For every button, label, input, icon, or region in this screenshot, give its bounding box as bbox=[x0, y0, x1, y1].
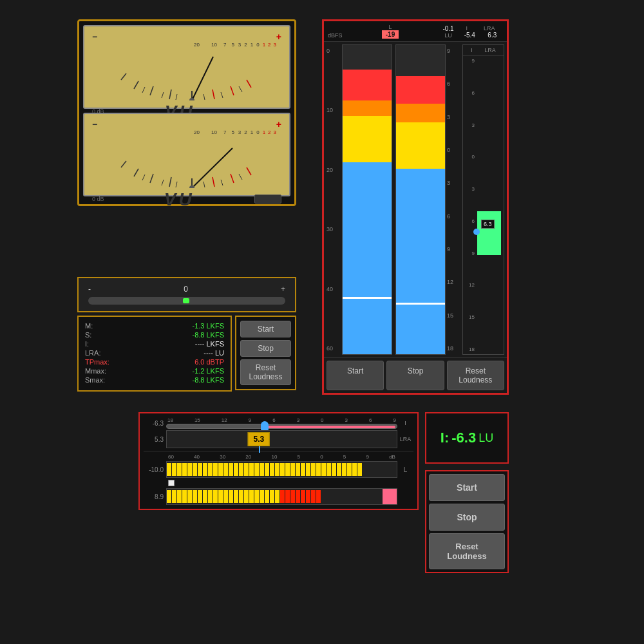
loudness-header: dBFS L -19 -0.1 LU I LRA -5.4 6.3 bbox=[324, 21, 507, 42]
stat-m-label: M: bbox=[85, 322, 93, 330]
horiz-lra-row: 5.3 5.3 LRA bbox=[144, 430, 413, 448]
horiz-slider-track[interactable] bbox=[166, 424, 397, 429]
svg-line-26 bbox=[142, 175, 145, 180]
vu1-plus: + bbox=[276, 32, 281, 42]
horiz-i-label: I bbox=[397, 420, 413, 426]
vu2-needle-svg bbox=[92, 137, 281, 188]
svg-line-10 bbox=[142, 87, 145, 93]
lra-panel-lra-label: LRA bbox=[484, 47, 496, 53]
svg-line-24 bbox=[176, 182, 177, 187]
l-header-value: -19 bbox=[382, 30, 399, 39]
svg-line-3 bbox=[134, 81, 138, 89]
vu2-label: VU bbox=[164, 189, 194, 210]
svg-line-30 bbox=[192, 148, 232, 188]
slider-zero-label: 0 bbox=[184, 285, 188, 294]
lra-dot bbox=[473, 229, 480, 235]
svg-line-14 bbox=[192, 57, 213, 100]
svg-line-7 bbox=[247, 80, 251, 88]
lra-panel: I LRA 9 6 3 0 3 6 9 12 15 18 bbox=[462, 44, 504, 355]
loudness-panel: dBFS L -19 -0.1 LU I LRA -5.4 6.3 0 10 2… bbox=[322, 19, 509, 395]
svg-line-6 bbox=[231, 86, 234, 95]
stat-m-value: -1.3 LKFS bbox=[192, 322, 224, 330]
svg-line-18 bbox=[150, 174, 153, 183]
vu1-arc bbox=[92, 49, 281, 100]
lra-header-value: 6.3 bbox=[488, 32, 497, 39]
left-control-buttons: Start Stop Reset Loudness bbox=[235, 316, 296, 390]
i-header-label: I bbox=[466, 25, 468, 32]
svg-line-27 bbox=[204, 182, 205, 187]
slider-minus-label: - bbox=[88, 285, 91, 294]
l-header-label: L bbox=[342, 24, 439, 30]
bb-bottom-bar: for(let i=0;i<22;i++) document.write('<d… bbox=[166, 488, 397, 505]
bottom-stop-button[interactable]: Stop bbox=[429, 504, 505, 531]
stat-row-mmax: Mmax: -1.2 LKFS bbox=[85, 367, 224, 375]
r-channel-bar-area bbox=[395, 44, 446, 355]
svg-line-5 bbox=[213, 90, 214, 99]
lra-value-label: 6.3 bbox=[481, 220, 495, 229]
svg-line-29 bbox=[239, 174, 242, 180]
slider-track[interactable] bbox=[88, 297, 285, 305]
vu2-plus: + bbox=[276, 119, 281, 129]
slider-thumb[interactable] bbox=[183, 298, 189, 303]
i-header-value: -5.4 bbox=[464, 32, 475, 39]
vu2-db-label: 0 dB bbox=[92, 196, 104, 202]
center-value: -0.1 bbox=[439, 25, 458, 32]
svg-line-17 bbox=[169, 177, 171, 187]
stat-smax-label: Smax: bbox=[85, 376, 105, 384]
svg-line-9 bbox=[162, 92, 164, 98]
svg-line-21 bbox=[213, 177, 214, 187]
stat-row-smax: Smax: -8.8 LKFS bbox=[85, 376, 224, 384]
stat-lra-value: ---- LU bbox=[204, 349, 224, 357]
slider-plus-label: + bbox=[281, 285, 285, 294]
lu-label: LU bbox=[439, 32, 458, 39]
bottom-reset-button[interactable]: Reset Loudness bbox=[429, 533, 505, 569]
svg-line-2 bbox=[150, 86, 153, 95]
bottom-start-button[interactable]: Start bbox=[429, 474, 505, 501]
lra-green-bar bbox=[477, 211, 501, 256]
svg-line-11 bbox=[204, 94, 205, 100]
stats-panel: M: -1.3 LKFS S: -8.8 LKFS I: ---- LKFS L… bbox=[77, 316, 232, 392]
svg-line-28 bbox=[221, 180, 223, 185]
vu2-arc bbox=[92, 137, 281, 188]
bb-top-bar: // Generate stripes inline for(let i=0;i… bbox=[166, 461, 397, 478]
loudness-reset-button[interactable]: Reset Loudness bbox=[447, 361, 504, 390]
svg-line-25 bbox=[162, 180, 164, 185]
svg-line-13 bbox=[239, 86, 242, 92]
vu2-signs: − + bbox=[92, 119, 281, 129]
dbfs-scale: 0 10 20 30 40 60 bbox=[327, 44, 341, 355]
svg-line-22 bbox=[231, 174, 234, 183]
stat-lra-label: LRA: bbox=[85, 349, 100, 357]
l-channel-bar-area bbox=[342, 44, 392, 355]
stat-s-value: -8.8 LKFS bbox=[192, 331, 224, 339]
left-reset-button[interactable]: Reset Loudness bbox=[240, 359, 291, 385]
bb-l-label: L bbox=[397, 461, 413, 478]
bb-bottom-left-label: 8.9 bbox=[144, 488, 166, 505]
i-display-label: I: bbox=[440, 430, 449, 446]
lra-header-label: LRA bbox=[484, 25, 495, 32]
vu-meter-1: − + 20 10 7 5 3 2 1 0 1 2 3 bbox=[83, 25, 290, 109]
left-start-button[interactable]: Start bbox=[240, 321, 291, 337]
horizontal-loudness-panel: -6.3 18 15 12 9 6 3 0 3 6 9 I bbox=[138, 412, 419, 510]
stat-row-tpmax: TPmax: 6.0 dBTP bbox=[85, 358, 224, 366]
svg-line-20 bbox=[121, 161, 126, 167]
loudness-start-button[interactable]: Start bbox=[327, 361, 384, 390]
loudness-stop-button[interactable]: Stop bbox=[386, 361, 444, 390]
stat-i-value: ---- LKFS bbox=[195, 340, 224, 348]
i-display-unit: LU bbox=[478, 431, 493, 445]
svg-point-15 bbox=[189, 98, 194, 100]
loudness-panel-buttons: Start Stop Reset Loudness bbox=[324, 357, 507, 393]
stat-smax-value: -8.8 LKFS bbox=[192, 376, 224, 384]
svg-line-8 bbox=[176, 94, 177, 100]
stat-tpmax-value: 6.0 dBTP bbox=[194, 358, 224, 366]
i-display-value: -6.3 bbox=[451, 430, 476, 446]
stat-row-i: I: ---- LKFS bbox=[85, 340, 224, 348]
svg-line-12 bbox=[221, 92, 223, 98]
bb-scale: 60 40 30 20 10 5 0 5 9 dB bbox=[144, 454, 413, 460]
svg-line-23 bbox=[247, 167, 251, 175]
left-stop-button[interactable]: Stop bbox=[240, 340, 291, 357]
stat-mmax-value: -1.2 LKFS bbox=[192, 367, 224, 375]
bb-top-row: -10.0 // Generate stripes inline for(let… bbox=[144, 461, 413, 478]
stat-tpmax-label: TPmax: bbox=[85, 358, 109, 366]
stat-row-s: S: -8.8 LKFS bbox=[85, 331, 224, 339]
i-display: I: -6.3 LU bbox=[425, 412, 509, 464]
